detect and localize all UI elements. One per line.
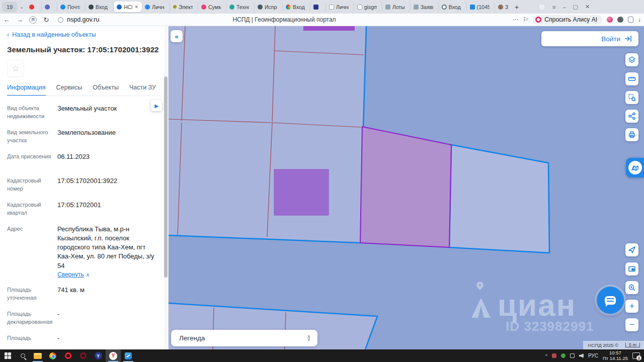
window-close-button[interactable]: ✕ (585, 4, 590, 10)
collapse-address-link[interactable] (57, 113, 160, 122)
share-button[interactable] (625, 110, 638, 123)
browser-tab[interactable] (42, 2, 57, 12)
browser-tab[interactable]: Вход (283, 2, 310, 12)
collapse-address-link[interactable] (57, 295, 160, 303)
browser-tab[interactable]: Технок (226, 2, 255, 12)
minimap-button[interactable] (625, 262, 638, 276)
bookmark-icon[interactable]: ⚐ (523, 16, 529, 23)
tabs-dropdown-icon[interactable]: ⌄ (17, 4, 26, 10)
measure-button[interactable] (625, 72, 638, 85)
panel-tabs-scroll-button[interactable]: ▶ (151, 100, 162, 111)
collapse-address-link[interactable] (57, 137, 160, 146)
browser-tab[interactable] (26, 2, 42, 12)
browser-menu-icon[interactable]: ≡ (552, 4, 555, 10)
extension-icon[interactable] (607, 17, 613, 23)
panel-scrollbar-thumb[interactable] (164, 76, 168, 278)
back-button[interactable]: ← (0, 16, 13, 24)
parcel-right[interactable] (449, 145, 549, 253)
zoom-out-button[interactable]: − (625, 318, 638, 331)
volume-icon[interactable] (579, 353, 584, 358)
browser-tab[interactable]: Электр (170, 2, 198, 12)
browser-tab[interactable]: Заявка (411, 2, 439, 12)
browser-tab[interactable]: Личны (326, 2, 354, 12)
browser-tab[interactable]: Личны (142, 2, 170, 12)
tab-counter[interactable]: 19 (2, 2, 17, 12)
collapse-address-link[interactable] (57, 186, 160, 194)
panel-tab[interactable]: Части ЗУ (129, 84, 156, 91)
basemap-button[interactable] (626, 158, 644, 177)
cadastral-map[interactable]: циан ID 323982991 « Войти (169, 26, 644, 349)
legend-toggle-icon[interactable]: ∧∨ (307, 335, 310, 341)
taskbar-app-button[interactable] (15, 349, 30, 362)
url-text[interactable]: nspd.gov.ru (67, 16, 99, 23)
extension-icon[interactable] (617, 17, 623, 23)
collapse-address-link[interactable] (57, 343, 160, 349)
forward-button[interactable]: → (13, 16, 26, 24)
browser-tab[interactable]: Сумма (198, 2, 226, 12)
window-restore-button[interactable]: ▢ (573, 4, 578, 10)
favorite-star-icon[interactable]: ☆ (7, 60, 24, 77)
browser-tab[interactable]: Вход в (439, 2, 467, 12)
browser-tab[interactable]: НСП ✕ (114, 2, 142, 12)
browser-tab[interactable]: gisgmp (354, 2, 382, 12)
downloads-icon[interactable]: ↓ (638, 16, 641, 23)
browser-tab[interactable]: Лоты и (382, 2, 411, 12)
collapse-address-link[interactable] (57, 210, 160, 218)
taskbar-app-button[interactable] (121, 349, 136, 362)
taskbar-app-button[interactable] (0, 349, 15, 362)
extension-icon[interactable] (628, 17, 633, 23)
cadastral-quarter-left[interactable] (169, 26, 366, 243)
collapse-address-link[interactable] (57, 161, 160, 170)
taskbar-app-button[interactable] (30, 349, 45, 362)
minimap-icon (628, 265, 636, 273)
site-security-icon[interactable] (58, 17, 63, 23)
language-indicator[interactable]: РУС (588, 353, 598, 358)
tray-app-icon[interactable] (561, 353, 566, 358)
building-footprint[interactable] (274, 169, 329, 215)
ask-alice-button[interactable]: Спросить Алису AI (533, 15, 602, 25)
collapse-address-link[interactable]: Свернуть∧ (57, 270, 160, 279)
zoom-in-button[interactable]: + (625, 300, 638, 313)
collapse-address-link[interactable] (57, 319, 160, 327)
display-icon[interactable] (570, 353, 575, 358)
search-on-map-button[interactable] (625, 281, 638, 294)
panel-tab[interactable]: Сервисы (56, 84, 83, 91)
map-canvas[interactable] (169, 26, 644, 349)
reload-button[interactable]: ↻ (40, 16, 53, 24)
print-button[interactable] (625, 128, 638, 141)
back-to-results-link[interactable]: ‹Назад в найденные объекты (7, 31, 161, 38)
locate-me-button[interactable] (625, 243, 638, 256)
window-minimize-button[interactable]: – (562, 4, 566, 10)
taskbar-app-button[interactable]: Y (91, 349, 106, 362)
browser-tab[interactable]: Почта (57, 2, 86, 12)
panel-scrollbar[interactable] (164, 26, 168, 349)
taskbar-app-button[interactable] (60, 349, 75, 362)
clock[interactable]: 10:57Пт 14.11.25 (603, 350, 628, 361)
building-footprint-top[interactable] (303, 26, 355, 31)
browser-profile-avatar[interactable] (538, 4, 545, 11)
more-actions-icon[interactable]: ⋯ (513, 16, 519, 23)
browser-tab[interactable]: ЗК РФ (495, 2, 508, 12)
collapse-panel-button[interactable]: « (171, 30, 183, 42)
taskbar-app-button[interactable]: Y (106, 349, 121, 362)
login-button[interactable]: Войти (541, 31, 638, 46)
notifications-icon[interactable]: 2 (632, 352, 640, 359)
panel-tab[interactable]: Информация (7, 84, 46, 91)
browser-tab[interactable]: Вход в (86, 2, 114, 12)
tab-close-icon[interactable]: ✕ (134, 5, 138, 10)
chat-support-button[interactable] (597, 287, 624, 314)
taskbar-app-button[interactable] (45, 349, 60, 362)
tray-app-icon[interactable] (552, 353, 556, 358)
yandex-services-icon[interactable]: Я (29, 16, 37, 24)
selected-parcel[interactable] (360, 127, 451, 247)
layers-button[interactable] (625, 53, 638, 66)
browser-tab[interactable] (310, 2, 326, 12)
browser-tab[interactable]: (10459 (467, 2, 495, 12)
area-select-button[interactable] (625, 91, 638, 104)
new-tab-button[interactable]: + (511, 2, 522, 12)
tray-expand-icon[interactable]: ^ (545, 353, 547, 358)
legend-bar[interactable]: Легенда ∧∨ (171, 330, 317, 346)
panel-tab[interactable]: Объекты (93, 84, 119, 91)
taskbar-app-button[interactable] (75, 349, 91, 362)
browser-tab[interactable]: Исправ (255, 2, 283, 12)
